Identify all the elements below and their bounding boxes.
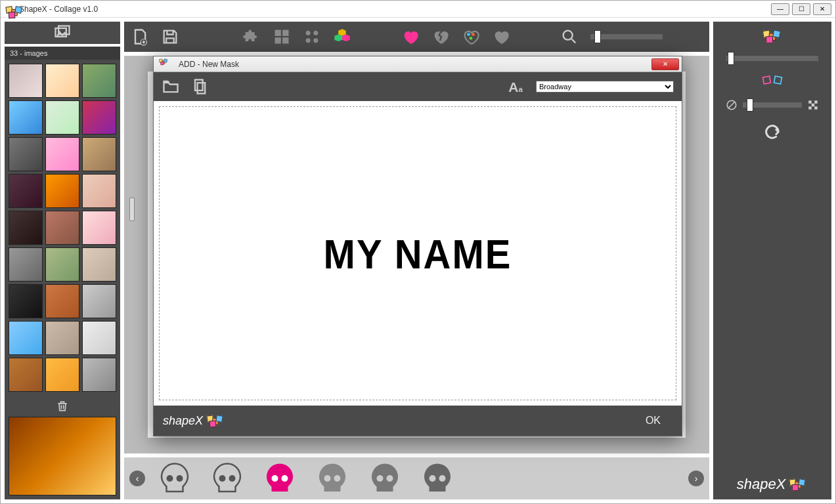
right-panel: shapeX	[713, 22, 831, 499]
thumbnail[interactable]	[82, 284, 116, 318]
dialog-titlebar[interactable]: ADD - New Mask ✕	[154, 56, 682, 72]
skull-shape[interactable]	[362, 459, 408, 498]
images-count-label: 33 - images	[5, 47, 120, 60]
svg-rect-35	[814, 106, 818, 110]
ok-button[interactable]: OK	[634, 411, 672, 430]
svg-point-22	[324, 475, 331, 482]
svg-rect-29	[774, 76, 782, 84]
skull-shape[interactable]	[414, 459, 460, 498]
svg-point-10	[306, 38, 311, 43]
search-icon[interactable]	[560, 28, 579, 46]
skull-shape[interactable]	[152, 459, 198, 498]
svg-point-21	[282, 475, 288, 482]
thumbnail[interactable]	[9, 247, 43, 282]
next-shapes-button[interactable]: ›	[688, 471, 704, 486]
puzzle-icon[interactable]	[242, 28, 261, 46]
dialog-logo-icon	[159, 58, 169, 66]
heart-solid-icon[interactable]	[492, 28, 510, 46]
thumbnail[interactable]	[9, 137, 43, 171]
open-folder-icon[interactable]	[162, 77, 180, 96]
thumbnail[interactable]	[9, 211, 43, 245]
thumbnail[interactable]	[45, 321, 79, 355]
grid-icon[interactable]	[273, 28, 291, 46]
add-file-icon[interactable]	[131, 28, 149, 46]
svg-point-23	[334, 475, 341, 482]
svg-rect-32	[814, 100, 818, 104]
skull-shape[interactable]	[204, 459, 250, 498]
brand-text: shapeX	[737, 476, 786, 493]
thumbnail[interactable]	[9, 358, 43, 392]
hex-color-icon[interactable]	[333, 28, 351, 46]
brand-logo-icon	[788, 476, 808, 492]
size-slider[interactable]	[726, 56, 818, 61]
thumbnail[interactable]	[9, 321, 43, 355]
thumbnail[interactable]	[9, 100, 43, 135]
svg-point-18	[219, 475, 226, 482]
shuffle-shapes-icon[interactable]	[762, 28, 783, 45]
thumbnail[interactable]	[82, 247, 116, 282]
opacity-slider[interactable]	[743, 102, 802, 108]
thumbnail[interactable]	[82, 211, 116, 245]
thumbnail[interactable]	[45, 211, 79, 245]
window-title: ShapeX - Collage v1.0	[19, 5, 771, 14]
brand-text: shapeX	[163, 414, 203, 428]
thumbnail[interactable]	[45, 284, 79, 318]
thumbnail[interactable]	[82, 358, 116, 392]
pane-resize-handle[interactable]	[129, 198, 135, 221]
gallery-icon[interactable]	[53, 24, 72, 42]
thumbnail[interactable]	[82, 64, 116, 98]
rotate-shapes-icon[interactable]	[761, 73, 783, 87]
heart-fill-icon[interactable]	[401, 28, 420, 46]
svg-point-20	[272, 475, 278, 482]
svg-point-12	[467, 33, 470, 36]
mask-preview-canvas[interactable]: MY NAME	[159, 106, 676, 400]
skull-shape-pink[interactable]	[257, 459, 303, 498]
svg-rect-36	[195, 80, 203, 91]
thumbnail[interactable]	[45, 174, 79, 208]
dots-icon[interactable]	[303, 28, 321, 46]
svg-text:A: A	[508, 79, 518, 94]
close-button[interactable]: ✕	[813, 3, 831, 15]
heart-broken-icon[interactable]	[431, 28, 450, 46]
svg-rect-33	[812, 104, 815, 107]
svg-rect-31	[808, 100, 812, 104]
save-icon[interactable]	[161, 28, 179, 46]
titlebar: ShapeX - Collage v1.0 — ☐ ✕	[1, 1, 835, 18]
thumbnail[interactable]	[9, 284, 43, 318]
thumbnail[interactable]	[45, 137, 79, 171]
minimize-button[interactable]: —	[771, 3, 789, 15]
svg-rect-28	[763, 76, 771, 84]
thumbnail[interactable]	[9, 174, 43, 208]
main-toolbar	[124, 22, 709, 52]
svg-point-17	[177, 475, 183, 482]
svg-point-11	[313, 38, 318, 43]
skull-shape[interactable]	[309, 459, 355, 498]
thumbnail[interactable]	[45, 100, 79, 135]
svg-point-24	[377, 475, 384, 482]
dialog-close-button[interactable]: ✕	[651, 58, 679, 70]
thumbnail[interactable]	[9, 64, 43, 98]
zoom-slider[interactable]	[590, 34, 663, 39]
app-logo-icon	[5, 4, 15, 14]
thumbnail[interactable]	[45, 358, 79, 392]
preview-image[interactable]	[9, 417, 116, 495]
images-panel: 33 - images	[5, 47, 120, 499]
prev-shapes-button[interactable]: ‹	[129, 471, 145, 486]
svg-point-14	[470, 37, 473, 40]
thumbnail[interactable]	[82, 137, 116, 171]
thumbnail[interactable]	[45, 64, 79, 98]
svg-point-26	[429, 475, 436, 482]
dialog-title: ADD - New Mask	[179, 60, 651, 69]
maximize-button[interactable]: ☐	[792, 3, 810, 15]
undo-icon[interactable]	[763, 123, 781, 141]
thumbnail[interactable]	[82, 174, 116, 208]
paste-icon[interactable]	[190, 77, 209, 96]
thumbnail[interactable]	[82, 100, 116, 135]
thumbnail[interactable]	[45, 247, 79, 282]
heart-color-icon[interactable]	[462, 28, 480, 46]
text-size-icon[interactable]: Aa	[507, 77, 525, 96]
font-select[interactable]: Broadway	[536, 81, 674, 93]
svg-point-16	[167, 475, 173, 482]
trash-icon[interactable]	[56, 400, 69, 413]
thumbnail[interactable]	[82, 321, 116, 355]
